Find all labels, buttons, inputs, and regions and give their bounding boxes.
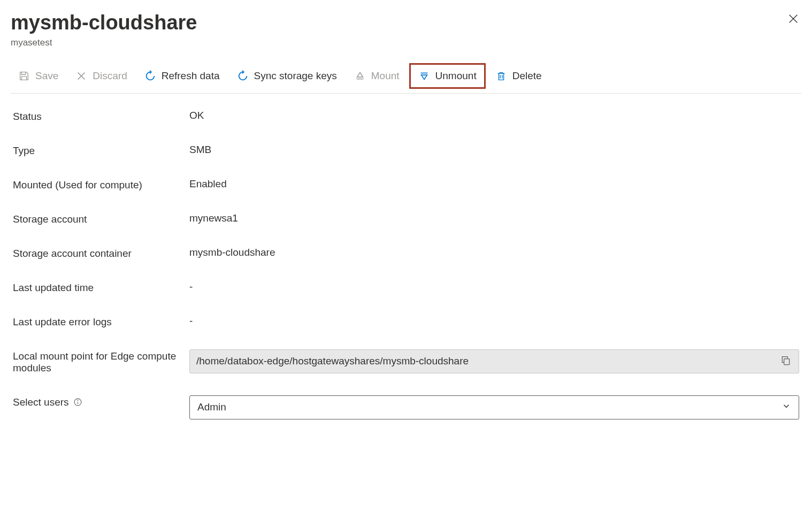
- discard-button: Discard: [68, 66, 134, 86]
- mounted-label: Mounted (Used for compute): [13, 178, 189, 191]
- chevron-down-icon: [782, 401, 791, 414]
- mounted-value: Enabled: [189, 178, 799, 190]
- select-users-dropdown[interactable]: Admin: [189, 395, 799, 419]
- sync-label: Sync storage keys: [254, 70, 337, 82]
- select-users-label: Select users: [13, 395, 189, 408]
- toolbar: Save Discard Refresh data Sync storage k…: [11, 59, 801, 94]
- discard-icon: [75, 70, 87, 82]
- sync-icon: [237, 70, 249, 82]
- last-updated-time-value: -: [189, 281, 799, 293]
- storage-account-container-value: mysmb-cloudshare: [189, 247, 799, 258]
- local-mount-point-label: Local mount point for Edge compute modul…: [13, 349, 189, 374]
- last-updated-time-label: Last updated time: [13, 281, 189, 294]
- status-label: Status: [13, 110, 189, 123]
- discard-label: Discard: [93, 70, 127, 82]
- storage-account-container-label: Storage account container: [13, 247, 189, 260]
- page-title: mysmb-cloudshare: [11, 11, 197, 35]
- page-subtitle: myasetest: [11, 37, 801, 48]
- refresh-label: Refresh data: [162, 70, 220, 82]
- close-icon: [787, 18, 799, 26]
- status-value: OK: [189, 110, 799, 121]
- mount-label: Mount: [371, 70, 400, 82]
- type-label: Type: [13, 144, 189, 157]
- last-update-error-logs-label: Last update error logs: [13, 315, 189, 328]
- refresh-button[interactable]: Refresh data: [137, 66, 227, 86]
- copy-button[interactable]: [779, 354, 792, 369]
- close-button[interactable]: [785, 11, 801, 28]
- local-mount-point-value: /home/databox-edge/hostgatewayshares/mys…: [196, 355, 779, 367]
- unmount-icon: [418, 70, 430, 82]
- save-label: Save: [35, 70, 58, 82]
- local-mount-point-field: /home/databox-edge/hostgatewayshares/mys…: [189, 349, 799, 373]
- delete-icon: [495, 70, 507, 82]
- unmount-button[interactable]: Unmount: [411, 66, 484, 86]
- delete-button[interactable]: Delete: [488, 66, 549, 86]
- mount-icon: [354, 70, 366, 82]
- mount-button: Mount: [347, 66, 407, 86]
- info-icon[interactable]: [73, 398, 82, 407]
- copy-icon: [780, 355, 791, 368]
- unmount-label: Unmount: [435, 70, 477, 82]
- refresh-icon: [144, 70, 156, 82]
- type-value: SMB: [189, 144, 799, 156]
- svg-rect-8: [784, 358, 790, 364]
- storage-account-value: mynewsa1: [189, 212, 799, 224]
- last-update-error-logs-value: -: [189, 315, 799, 327]
- delete-label: Delete: [512, 70, 542, 82]
- save-button: Save: [11, 66, 66, 86]
- unmount-highlight: Unmount: [409, 63, 486, 89]
- save-icon: [18, 70, 30, 82]
- select-users-value: Admin: [197, 401, 226, 413]
- sync-button[interactable]: Sync storage keys: [229, 66, 344, 86]
- storage-account-label: Storage account: [13, 212, 189, 225]
- svg-point-11: [78, 400, 78, 401]
